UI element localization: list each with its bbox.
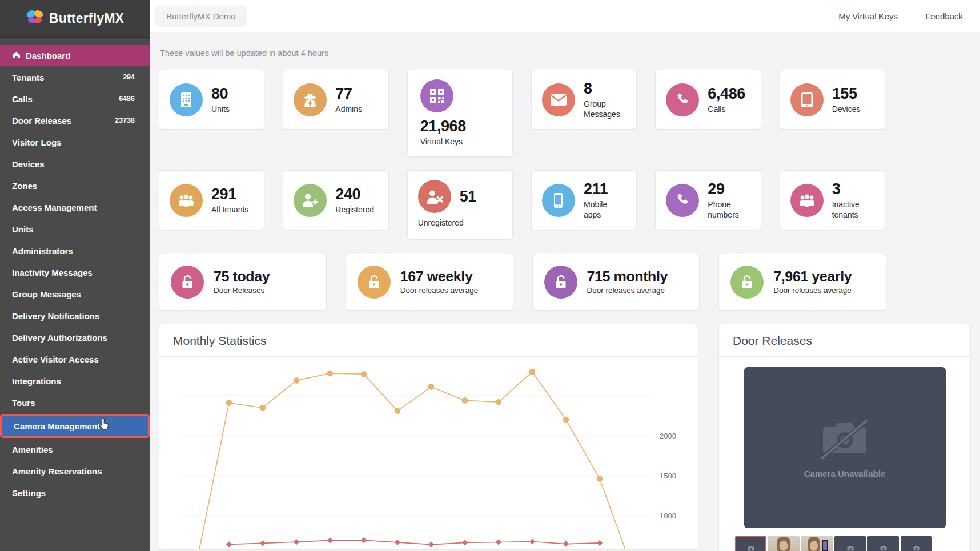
monthly-label: Door releases average: [587, 286, 668, 296]
sidebar-menu: Dashboard Tenants 294 Calls 6486 Door Re…: [0, 38, 150, 504]
sidebar-item-door-releases[interactable]: Door Releases 23738: [0, 110, 150, 131]
devices-value: 155: [832, 85, 861, 103]
envelope-icon: [542, 83, 575, 116]
camera-thumbnail-video-still-phone[interactable]: [801, 536, 833, 551]
calls-label: Calls: [708, 104, 745, 115]
door-releases-weekly-card: 167 weekly Door releases average: [346, 254, 513, 311]
inactive-tenants-value: 3: [832, 180, 874, 198]
registered-label: Registered: [335, 205, 374, 215]
sidebar-item-administrators[interactable]: Administrators: [0, 240, 150, 262]
sidebar-item-access-management[interactable]: Access Management: [0, 196, 150, 218]
camera-thumbnail-unavailable[interactable]: [867, 536, 899, 551]
admins-value: 77: [335, 85, 362, 103]
mobile-apps-label: Mobile apps: [584, 200, 626, 220]
unlock-icon: [544, 266, 577, 299]
person-x-icon: [418, 180, 451, 213]
topbar: ButterflyMX Demo My Virtual Keys Feedbac…: [150, 0, 980, 32]
all-tenants-value: 291: [211, 186, 248, 203]
phone-numbers-card: 29 Phone numbers: [655, 170, 761, 230]
sidebar-item-zones[interactable]: Zones: [0, 175, 150, 196]
sidebar-item-calls[interactable]: Calls 6486: [0, 88, 150, 110]
tablet-icon: [790, 83, 824, 116]
calls-value: 6,486: [708, 85, 745, 103]
qr-code-icon: [420, 79, 453, 112]
door-release-cards: 75 today Door Releases 167 weekly Door r…: [159, 254, 886, 311]
unregistered-card: 51 Unregistered: [407, 170, 513, 240]
units-card: 80 Units: [159, 70, 264, 130]
brand-name: ButterflyMX: [49, 11, 124, 26]
sidebar-item-delivery-notifications[interactable]: Delivery Notifications: [0, 305, 150, 327]
tenants-group-icon: [790, 184, 824, 217]
weekly-label: Door releases average: [400, 286, 479, 296]
sidebar-item-active-visitor-access[interactable]: Active Visitor Access: [0, 348, 150, 370]
camera-thumbnail-unavailable[interactable]: [735, 536, 766, 551]
monthly-statistics-title: Monthly Statistics: [159, 324, 698, 357]
phone-numbers-value: 29: [708, 180, 750, 198]
virtual-keys-label: Virtual Keys: [420, 137, 466, 147]
sidebar-item-delivery-authorizations[interactable]: Delivery Authorizations: [0, 327, 150, 348]
inactive-tenants-card: 3 Inactive tenants: [780, 170, 885, 230]
door-releases-title: Door Releases: [719, 324, 970, 357]
camera-thumbnail-unavailable[interactable]: [834, 536, 866, 551]
butterfly-icon: [26, 9, 44, 27]
door-releases-panel: Door Releases Camera Unavai: [718, 324, 971, 551]
camera-thumbnail-video-still[interactable]: [768, 536, 800, 551]
unregistered-value: 51: [460, 188, 476, 206]
weekly-value: 167 weekly: [400, 268, 479, 285]
mobile-apps-card: 211 Mobile apps: [531, 170, 637, 230]
sidebar-item-group-messages[interactable]: Group Messages: [0, 283, 150, 305]
virtual-keys-value: 21,968: [420, 118, 466, 135]
sidebar-item-units[interactable]: Units: [0, 218, 150, 240]
phone-icon: [666, 184, 699, 217]
monthly-statistics-chart: 200015001000: [159, 357, 698, 549]
sidebar-item-settings[interactable]: Settings: [0, 482, 150, 504]
calls-count-badge: 6486: [119, 95, 135, 103]
sidebar-item-devices[interactable]: Devices: [0, 153, 150, 175]
person-plus-icon: [294, 184, 327, 217]
building-icon: [170, 83, 203, 116]
monthly-value: 715 monthly: [587, 268, 668, 285]
sidebar-item-visitor-logs[interactable]: Visitor Logs: [0, 131, 150, 153]
feedback-link[interactable]: Feedback: [925, 11, 963, 21]
units-label: Units: [211, 104, 230, 115]
svg-text:2000: 2000: [660, 432, 676, 440]
smartphone-icon: [542, 184, 575, 217]
all-tenants-label: All tenants: [211, 205, 248, 215]
camera-management-highlight-box: Camera Management: [0, 414, 150, 438]
sidebar-item-camera-management[interactable]: Camera Management: [2, 416, 148, 436]
calls-card: 6,486 Calls: [655, 70, 761, 130]
monthly-statistics-card: Monthly Statistics 200015001000: [159, 324, 698, 550]
sidebar-item-amenity-reservations[interactable]: Amenity Reservations: [0, 460, 150, 482]
mobile-apps-value: 211: [584, 180, 626, 198]
inactive-tenants-label: Inactive tenants: [832, 200, 874, 220]
sidebar-item-tenants[interactable]: Tenants 294: [0, 66, 150, 88]
admins-card: 77 Admins: [283, 70, 388, 130]
admin-spy-icon: [294, 83, 327, 116]
camera-thumbnails: [735, 536, 970, 551]
sidebar-item-tours[interactable]: Tours: [0, 392, 150, 413]
sidebar-item-inactivity-messages[interactable]: Inactivity Messages: [0, 262, 150, 283]
camera-thumbnail-unavailable[interactable]: [901, 536, 932, 551]
sidebar-item-dashboard[interactable]: Dashboard: [0, 45, 150, 66]
devices-label: Devices: [832, 104, 861, 115]
sidebar-item-amenities[interactable]: Amenities: [0, 439, 150, 460]
yearly-label: Door releases average: [773, 286, 852, 296]
sidebar: ButterflyMX Dashboard Tenants 294 Calls …: [0, 0, 150, 551]
registered-value: 240: [335, 186, 374, 203]
sidebar-item-integrations[interactable]: Integrations: [0, 370, 150, 392]
yearly-value: 7,961 yearly: [773, 268, 852, 285]
camera-slash-icon: [817, 417, 872, 462]
my-virtual-keys-link[interactable]: My Virtual Keys: [838, 11, 898, 21]
home-icon: [12, 51, 21, 61]
devices-card: 155 Devices: [780, 70, 885, 130]
admins-label: Admins: [335, 104, 362, 115]
camera-unavailable-text: Camera Unavailable: [804, 469, 886, 478]
stat-cards-row1: 80 Units 77 Admins: [159, 70, 885, 157]
brand-logo: ButterflyMX: [0, 0, 150, 38]
today-label: Door Releases: [214, 286, 270, 296]
building-selector[interactable]: ButterflyMX Demo: [155, 6, 247, 27]
door-releases-monthly-card: 715 monthly Door releases average: [532, 254, 700, 311]
unlock-icon: [358, 266, 391, 299]
phone-numbers-label: Phone numbers: [708, 200, 750, 220]
tenants-count-badge: 294: [123, 73, 135, 81]
